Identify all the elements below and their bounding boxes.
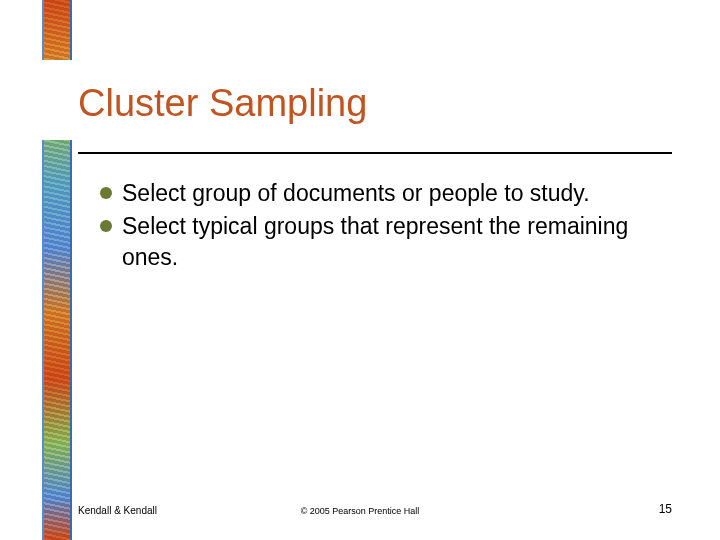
- slide-title: Cluster Sampling: [78, 82, 367, 125]
- footer-page-number: 15: [659, 502, 672, 516]
- bullet-text: Select group of documents or people to s…: [122, 178, 590, 209]
- list-item: Select typical groups that represent the…: [100, 211, 668, 273]
- footer-copyright: © 2005 Pearson Prentice Hall: [0, 506, 720, 516]
- list-item: Select group of documents or people to s…: [100, 178, 668, 209]
- bullet-text: Select typical groups that represent the…: [122, 211, 668, 273]
- slide-body: Select group of documents or people to s…: [100, 178, 668, 275]
- bullet-icon: [100, 220, 112, 232]
- bullet-icon: [100, 187, 112, 199]
- title-underline: [78, 152, 672, 154]
